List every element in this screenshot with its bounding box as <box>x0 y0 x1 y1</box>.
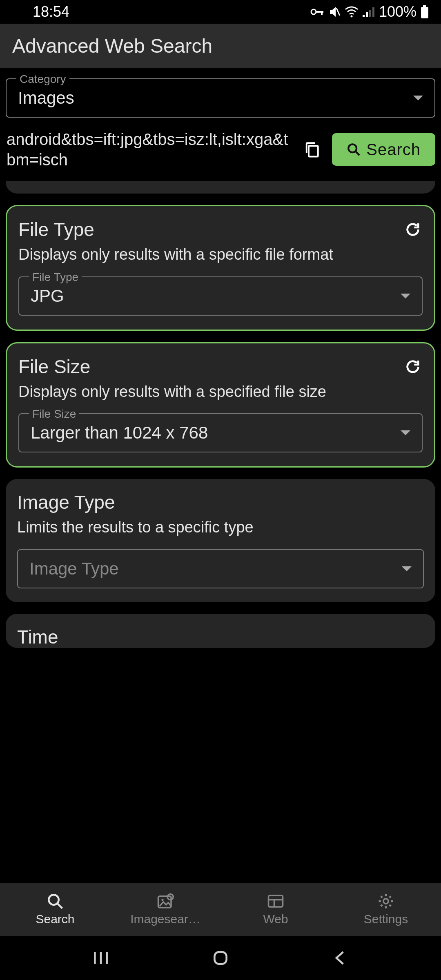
file-type-title: File Type <box>18 218 94 241</box>
web-icon <box>267 893 284 910</box>
search-button-label: Search <box>366 140 421 159</box>
chevron-down-icon <box>401 294 410 298</box>
file-type-select[interactable]: File Type JPG <box>18 276 423 316</box>
copy-button[interactable] <box>299 137 324 162</box>
chevron-down-icon <box>413 96 423 100</box>
signal-icon <box>363 7 375 17</box>
query-text: android&tbs=ift:jpg&tbs=isz:lt,islt:xga&… <box>6 129 291 170</box>
query-row: android&tbs=ift:jpg&tbs=isz:lt,islt:xga&… <box>6 125 435 174</box>
image-type-placeholder: Image Type <box>29 559 402 579</box>
nav-settings-label: Settings <box>364 912 408 926</box>
svg-rect-2 <box>321 11 323 15</box>
svg-line-15 <box>57 903 62 908</box>
time-card: Time <box>6 614 435 648</box>
back-icon <box>331 949 349 967</box>
search-icon <box>47 893 64 910</box>
status-icons: 100% <box>310 3 429 20</box>
category-label: Category <box>16 73 69 86</box>
nav-web-label: Web <box>263 912 288 926</box>
image-type-desc: Limits the results to a specific type <box>17 518 424 537</box>
nav-imagesearch[interactable]: Imagesear… <box>110 883 220 936</box>
svg-point-4 <box>350 16 352 18</box>
status-time: 18:54 <box>33 3 69 20</box>
file-type-select-value: JPG <box>31 286 401 306</box>
status-bar: 18:54 100% <box>0 0 441 24</box>
category-select[interactable]: Category Images <box>6 78 435 118</box>
refresh-icon <box>405 221 421 238</box>
home-icon <box>212 949 229 967</box>
file-type-card: File Type Displays only results with a s… <box>6 205 435 331</box>
category-select-wrap: Category Images <box>6 68 435 125</box>
svg-rect-10 <box>421 7 428 18</box>
chevron-down-icon <box>401 430 410 435</box>
svg-rect-7 <box>369 10 371 17</box>
nav-search-label: Search <box>36 912 74 926</box>
svg-point-22 <box>383 899 388 904</box>
file-type-desc: Displays only results with a specific fi… <box>18 245 423 264</box>
image-type-title: Image Type <box>17 491 115 513</box>
battery-icon <box>421 5 429 18</box>
image-type-card: Image Type Limits the results to a speci… <box>6 479 435 602</box>
file-size-select[interactable]: File Size Larger than 1024 x 768 <box>18 413 423 452</box>
file-type-select-label: File Type <box>29 271 82 284</box>
file-size-select-value: Larger than 1024 x 768 <box>31 423 401 443</box>
svg-point-14 <box>49 895 59 905</box>
svg-rect-8 <box>372 7 374 17</box>
svg-rect-6 <box>366 12 368 17</box>
sys-home-button[interactable] <box>208 946 233 970</box>
search-icon <box>347 143 361 156</box>
sys-recents-button[interactable] <box>89 946 113 970</box>
svg-line-3 <box>336 8 340 16</box>
nav-search[interactable]: Search <box>0 883 110 936</box>
image-type-select[interactable]: Image Type <box>17 549 424 588</box>
content-area: Category Images android&tbs=ift:jpg&tbs=… <box>0 68 441 883</box>
file-size-desc: Displays only results with a specified f… <box>18 383 423 401</box>
copy-icon <box>303 141 320 158</box>
search-button[interactable]: Search <box>332 133 435 166</box>
page-title: Advanced Web Search <box>12 35 212 57</box>
recents-icon <box>92 949 110 967</box>
gear-icon <box>377 893 394 910</box>
svg-rect-5 <box>363 15 365 17</box>
nav-imagesearch-label: Imagesear… <box>130 912 200 926</box>
file-type-reset-button[interactable] <box>403 220 423 239</box>
svg-rect-26 <box>214 952 226 964</box>
file-size-reset-button[interactable] <box>403 357 423 376</box>
chevron-down-icon <box>402 566 412 571</box>
image-search-icon <box>157 893 174 910</box>
previous-card-peek <box>6 181 435 194</box>
file-size-card: File Size Displays only results with a s… <box>6 342 435 468</box>
file-size-select-label: File Size <box>29 408 79 421</box>
svg-line-13 <box>356 151 360 155</box>
system-nav <box>0 936 441 980</box>
nav-settings[interactable]: Settings <box>331 883 441 936</box>
svg-point-0 <box>311 9 316 14</box>
status-battery-text: 100% <box>379 3 416 20</box>
svg-point-12 <box>349 144 357 152</box>
wifi-icon <box>345 6 359 18</box>
mute-vibrate-icon <box>328 6 341 18</box>
file-size-title: File Size <box>18 356 90 378</box>
app-bar: Advanced Web Search <box>0 24 441 68</box>
category-value: Images <box>18 88 413 108</box>
vpn-key-icon <box>310 8 324 16</box>
bottom-nav: Search Imagesear… Web Settings <box>0 883 441 936</box>
time-title: Time <box>17 626 58 648</box>
svg-rect-11 <box>309 146 318 156</box>
svg-point-17 <box>161 899 163 901</box>
nav-web[interactable]: Web <box>220 883 331 936</box>
svg-rect-9 <box>423 5 426 7</box>
svg-rect-19 <box>269 895 283 907</box>
sys-back-button[interactable] <box>328 946 352 970</box>
refresh-icon <box>405 359 421 375</box>
